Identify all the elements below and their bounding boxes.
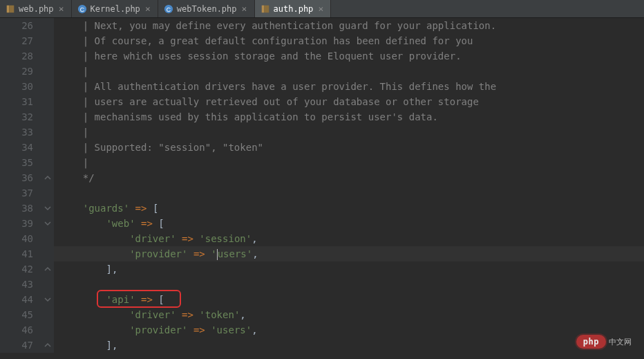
code-line[interactable]: | Supported: "session", "token": [54, 140, 644, 155]
fold-placeholder: [41, 79, 54, 94]
fold-placeholder: [41, 277, 54, 292]
fold-placeholder: [41, 48, 54, 64]
tab-webToken-php[interactable]: CwebToken.php: [158, 0, 255, 17]
fold-marker-up-icon[interactable]: [41, 261, 54, 277]
code-line[interactable]: 'driver' => 'session',: [54, 231, 644, 246]
code-line[interactable]: | Next, you may define every authenticat…: [54, 18, 644, 33]
fold-marker-down-icon[interactable]: [41, 201, 54, 216]
code-line[interactable]: | Of course, a great default configurati…: [54, 33, 644, 48]
fold-marker-up-icon[interactable]: [41, 170, 54, 185]
line-number: 33: [0, 125, 33, 140]
tab-bar: web.phpCKernel.phpCwebToken.phpauth.php: [0, 0, 644, 18]
tab-Kernel-php[interactable]: CKernel.php: [72, 0, 158, 17]
code-line[interactable]: [54, 277, 644, 292]
tab-label: webToken.php: [177, 4, 237, 14]
close-icon[interactable]: [57, 5, 66, 13]
tab-label: web.php: [19, 4, 54, 14]
fold-placeholder: [41, 18, 54, 33]
tab-web-php[interactable]: web.php: [0, 0, 72, 17]
line-number: 41: [0, 246, 33, 261]
fold-marker-down-icon[interactable]: [41, 216, 54, 231]
watermark-text: 中文网: [609, 337, 632, 347]
code-line[interactable]: | All authentication drivers have a user…: [54, 79, 644, 94]
code-line[interactable]: | mechanisms used by this application to…: [54, 109, 644, 125]
fold-placeholder: [41, 125, 54, 140]
code-line[interactable]: 'provider' => 'users',: [54, 246, 644, 261]
fold-placeholder: [41, 33, 54, 48]
svg-rect-1: [9, 5, 14, 12]
code-line[interactable]: |: [54, 64, 644, 79]
fold-placeholder: [41, 94, 54, 109]
php-file-icon: [261, 4, 270, 14]
code-line[interactable]: 'guards' => [: [54, 201, 644, 216]
line-number: 40: [0, 231, 33, 246]
tab-label: auth.php: [274, 4, 314, 14]
tab-label: Kernel.php: [91, 4, 140, 14]
line-number: 28: [0, 48, 33, 64]
line-number: 26: [0, 18, 33, 33]
close-icon[interactable]: [240, 5, 249, 13]
code-line[interactable]: 'web' => [: [54, 216, 644, 231]
fold-placeholder: [41, 109, 54, 125]
fold-placeholder: [41, 185, 54, 201]
line-number-gutter: 2627282930313233343536373839404142434445…: [0, 18, 41, 353]
line-number: 30: [0, 79, 33, 94]
close-icon[interactable]: [144, 5, 152, 13]
code-line[interactable]: |: [54, 155, 644, 170]
svg-text:C: C: [167, 6, 171, 12]
class-file-icon: C: [164, 4, 173, 14]
line-number: 36: [0, 170, 33, 185]
fold-placeholder: [41, 307, 54, 322]
close-icon[interactable]: [316, 5, 325, 13]
php-file-icon: [6, 4, 15, 14]
fold-placeholder: [41, 140, 54, 155]
line-number: 29: [0, 64, 33, 79]
fold-placeholder: [41, 322, 54, 338]
code-line[interactable]: ],: [54, 261, 644, 277]
fold-placeholder: [41, 64, 54, 79]
svg-rect-6: [261, 5, 264, 12]
svg-text:C: C: [79, 6, 84, 12]
watermark-badge: php: [576, 335, 606, 349]
line-number: 45: [0, 307, 33, 322]
line-number: 32: [0, 109, 33, 125]
line-number: 35: [0, 155, 33, 170]
line-number: 46: [0, 322, 33, 338]
line-number: 37: [0, 185, 33, 201]
watermark: php 中文网: [576, 335, 632, 349]
line-number: 38: [0, 201, 33, 216]
fold-placeholder: [41, 246, 54, 261]
svg-rect-0: [7, 5, 10, 12]
line-number: 43: [0, 277, 33, 292]
fold-placeholder: [41, 155, 54, 170]
line-number: 44: [0, 292, 33, 307]
line-number: 27: [0, 33, 33, 48]
code-editor[interactable]: 2627282930313233343536373839404142434445…: [0, 18, 644, 353]
code-line[interactable]: | users are actually retrieved out of yo…: [54, 94, 644, 109]
fold-column: [41, 18, 54, 353]
code-line[interactable]: 'driver' => 'token',: [54, 307, 644, 322]
line-number: 39: [0, 216, 33, 231]
class-file-icon: C: [77, 4, 87, 14]
code-line[interactable]: [54, 185, 644, 201]
line-number: 34: [0, 140, 33, 155]
fold-marker-up-icon[interactable]: [41, 338, 54, 353]
line-number: 47: [0, 338, 33, 353]
svg-rect-7: [264, 5, 269, 12]
code-line[interactable]: | here which uses session storage and th…: [54, 48, 644, 64]
line-number: 31: [0, 94, 33, 109]
code-line[interactable]: */: [54, 170, 644, 185]
tab-auth-php[interactable]: auth.php: [255, 0, 332, 17]
code-area[interactable]: | Next, you may define every authenticat…: [54, 18, 644, 353]
code-line[interactable]: 'provider' => 'users',: [54, 322, 644, 338]
fold-placeholder: [41, 231, 54, 246]
code-line[interactable]: ],: [54, 338, 644, 353]
fold-marker-down-icon[interactable]: [41, 292, 54, 307]
code-line[interactable]: |: [54, 125, 644, 140]
line-number: 42: [0, 261, 33, 277]
code-line[interactable]: 'api' => [: [54, 292, 644, 307]
